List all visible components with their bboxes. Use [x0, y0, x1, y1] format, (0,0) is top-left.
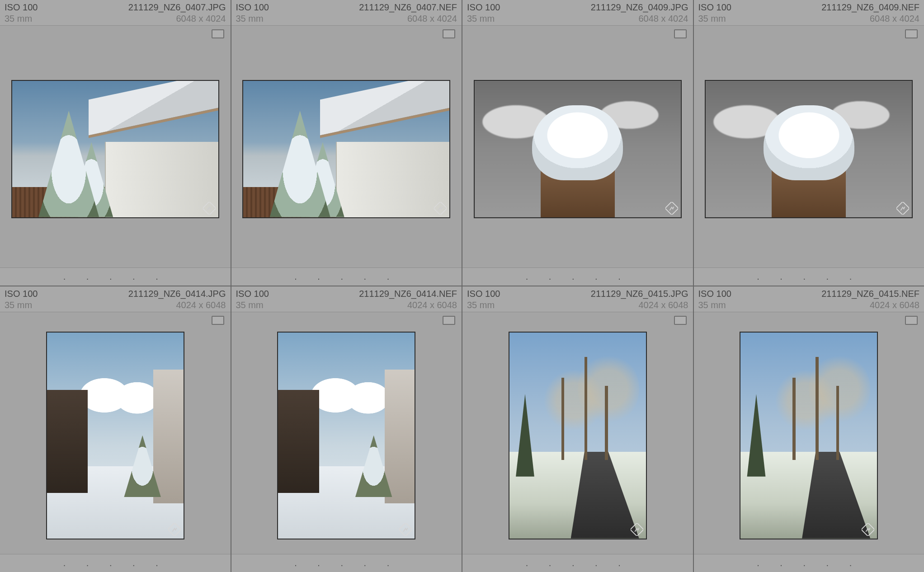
focal-length-label: 35 mm: [236, 300, 264, 311]
dimensions-label: 6048 x 4024: [870, 13, 919, 24]
cell-meta: ISO 100 211129_NZ6_0414.NEF 35 mm 4024 x…: [231, 286, 462, 312]
format-badge-icon: [905, 29, 918, 38]
focal-length-label: 35 mm: [5, 300, 32, 311]
dimensions-label: 4024 x 6048: [176, 300, 226, 311]
rating-dots[interactable]: . . . . .: [462, 554, 693, 572]
filename-label: 211129_NZ6_0414.JPG: [128, 288, 226, 300]
focal-length-label: 35 mm: [698, 13, 726, 24]
rating-dots[interactable]: . . . . .: [694, 554, 924, 572]
iso-label: ISO 100: [698, 288, 731, 300]
grid-cell[interactable]: ISO 100 211129_NZ6_0409.NEF 35 mm 6048 x…: [694, 0, 924, 286]
thumbnail-area: [0, 26, 231, 267]
quick-collection-icon[interactable]: [399, 523, 412, 536]
quick-collection-icon[interactable]: [862, 523, 874, 536]
focal-length-label: 35 mm: [467, 13, 495, 24]
focal-length-label: 35 mm: [698, 300, 726, 311]
svg-rect-7: [862, 523, 874, 536]
rating-dots[interactable]: . . . . .: [694, 267, 924, 286]
filename-label: 211129_NZ6_0415.NEF: [821, 288, 919, 300]
format-badge-icon: [212, 316, 224, 325]
cell-meta: ISO 100 211129_NZ6_0407.NEF 35 mm 6048 x…: [231, 0, 462, 26]
rating-dots[interactable]: . . . . .: [231, 554, 462, 572]
grid-cell[interactable]: ISO 100 211129_NZ6_0414.NEF 35 mm 4024 x…: [231, 286, 462, 572]
filename-label: 211129_NZ6_0407.JPG: [128, 2, 226, 13]
thumbnail-image[interactable]: [242, 80, 450, 218]
format-badge-icon: [443, 316, 455, 325]
thumbnail-area: [231, 26, 462, 267]
svg-rect-4: [168, 523, 181, 536]
rating-dots[interactable]: . . . . .: [462, 267, 693, 286]
iso-label: ISO 100: [5, 2, 38, 13]
svg-rect-3: [896, 202, 909, 215]
thumbnail-image[interactable]: [277, 332, 415, 539]
iso-label: ISO 100: [236, 2, 269, 13]
quick-collection-icon[interactable]: [434, 202, 447, 215]
cell-meta: ISO 100 211129_NZ6_0414.JPG 35 mm 4024 x…: [0, 286, 231, 312]
filename-label: 211129_NZ6_0407.NEF: [359, 2, 457, 13]
dimensions-label: 6048 x 4024: [638, 13, 688, 24]
grid-cell[interactable]: ISO 100 211129_NZ6_0415.JPG 35 mm 4024 x…: [462, 286, 693, 572]
rating-dots[interactable]: . . . . .: [0, 554, 231, 572]
thumbnail-image[interactable]: [11, 80, 219, 218]
quick-collection-icon[interactable]: [896, 202, 909, 215]
svg-rect-0: [203, 202, 216, 215]
thumbnail-area: [694, 26, 924, 267]
quick-collection-icon[interactable]: [665, 202, 678, 215]
filename-label: 211129_NZ6_0409.NEF: [821, 2, 919, 13]
dimensions-label: 6048 x 4024: [176, 13, 226, 24]
quick-collection-icon[interactable]: [203, 202, 216, 215]
cell-meta: ISO 100 211129_NZ6_0415.JPG 35 mm 4024 x…: [462, 286, 693, 312]
svg-rect-2: [665, 202, 678, 215]
iso-label: ISO 100: [467, 2, 500, 13]
filename-label: 211129_NZ6_0409.JPG: [591, 2, 688, 13]
quick-collection-icon[interactable]: [168, 523, 181, 536]
thumbnail-area: [231, 312, 462, 554]
cell-meta: ISO 100 211129_NZ6_0407.JPG 35 mm 6048 x…: [0, 0, 231, 26]
rating-dots[interactable]: . . . . .: [231, 267, 462, 286]
dimensions-label: 4024 x 6048: [638, 300, 688, 311]
thumbnail-image[interactable]: [740, 332, 878, 539]
focal-length-label: 35 mm: [236, 13, 264, 24]
iso-label: ISO 100: [5, 288, 38, 300]
dimensions-label: 4024 x 6048: [870, 300, 919, 311]
filename-label: 211129_NZ6_0414.NEF: [359, 288, 457, 300]
grid-cell[interactable]: ISO 100 211129_NZ6_0409.JPG 35 mm 6048 x…: [462, 0, 693, 286]
grid-cell[interactable]: ISO 100 211129_NZ6_0415.NEF 35 mm 4024 x…: [694, 286, 924, 572]
format-badge-icon: [674, 316, 687, 325]
thumbnail-grid: ISO 100 211129_NZ6_0407.JPG 35 mm 6048 x…: [0, 0, 924, 572]
svg-rect-1: [434, 202, 447, 215]
grid-cell[interactable]: ISO 100 211129_NZ6_0414.JPG 35 mm 4024 x…: [0, 286, 231, 572]
format-badge-icon: [674, 29, 687, 38]
grid-cell[interactable]: ISO 100 211129_NZ6_0407.NEF 35 mm 6048 x…: [231, 0, 462, 286]
cell-meta: ISO 100 211129_NZ6_0409.NEF 35 mm 6048 x…: [694, 0, 924, 26]
cell-meta: ISO 100 211129_NZ6_0409.JPG 35 mm 6048 x…: [462, 0, 693, 26]
svg-rect-5: [399, 523, 412, 536]
format-badge-icon: [443, 29, 455, 38]
svg-rect-6: [631, 523, 643, 536]
thumbnail-area: [462, 312, 693, 554]
dimensions-label: 6048 x 4024: [407, 13, 457, 24]
cell-meta: ISO 100 211129_NZ6_0415.NEF 35 mm 4024 x…: [694, 286, 924, 312]
iso-label: ISO 100: [236, 288, 269, 300]
thumbnail-image[interactable]: [46, 332, 184, 539]
quick-collection-icon[interactable]: [631, 523, 643, 536]
filename-label: 211129_NZ6_0415.JPG: [591, 288, 688, 300]
thumbnail-image[interactable]: [474, 80, 682, 218]
format-badge-icon: [212, 29, 224, 38]
thumbnail-image[interactable]: [705, 80, 913, 218]
focal-length-label: 35 mm: [467, 300, 495, 311]
iso-label: ISO 100: [698, 2, 731, 13]
grid-cell[interactable]: ISO 100 211129_NZ6_0407.JPG 35 mm 6048 x…: [0, 0, 231, 286]
format-badge-icon: [905, 316, 918, 325]
thumbnail-area: [462, 26, 693, 267]
iso-label: ISO 100: [467, 288, 500, 300]
rating-dots[interactable]: . . . . .: [0, 267, 231, 286]
thumbnail-image[interactable]: [509, 332, 647, 539]
focal-length-label: 35 mm: [5, 13, 32, 24]
thumbnail-area: [694, 312, 924, 554]
thumbnail-area: [0, 312, 231, 554]
dimensions-label: 4024 x 6048: [407, 300, 457, 311]
